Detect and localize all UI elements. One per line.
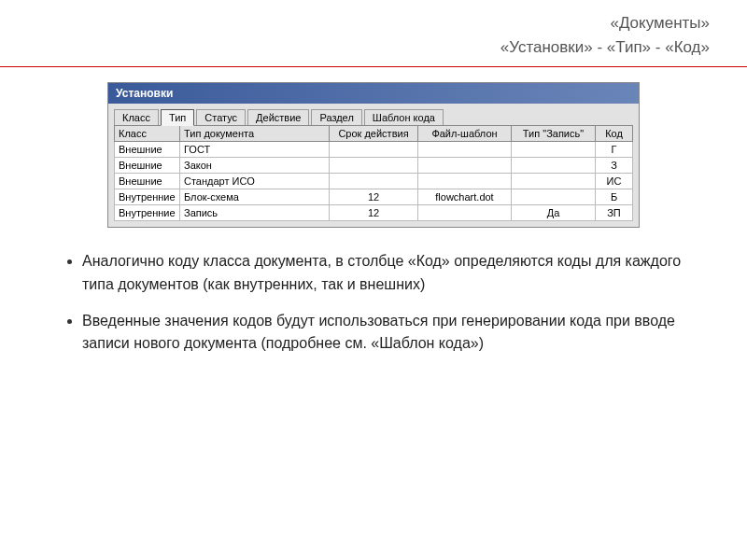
table-row[interactable]: ВнешниеЗаконЗ xyxy=(115,158,633,174)
cell-doctype[interactable]: Стандарт ИСО xyxy=(180,174,330,189)
table-row[interactable]: ВнутренниеБлок-схема12flowchart.dotБ xyxy=(115,189,633,205)
tab-Раздел[interactable]: Раздел xyxy=(311,109,361,125)
col-srok[interactable]: Срок действия xyxy=(330,126,418,142)
cell-kod[interactable]: Г xyxy=(596,142,633,158)
cell-class[interactable]: Внешние xyxy=(115,158,180,174)
col-tipz[interactable]: Тип "Запись" xyxy=(512,126,596,142)
window-titlebar: Установки xyxy=(108,83,639,104)
cell-kod[interactable]: Б xyxy=(596,189,633,205)
cell-file[interactable] xyxy=(418,174,512,189)
cell-kod[interactable]: ЗП xyxy=(596,205,633,221)
cell-class[interactable]: Внутренние xyxy=(115,205,180,221)
cell-tipz[interactable] xyxy=(512,142,596,158)
tab-Действие[interactable]: Действие xyxy=(247,109,309,125)
cell-class[interactable]: Внутренние xyxy=(115,189,180,205)
cell-srok[interactable] xyxy=(330,158,418,174)
tab-Статус[interactable]: Статус xyxy=(196,109,246,125)
col-doctype[interactable]: Тип документа xyxy=(180,126,330,142)
settings-window: Установки КлассТипСтатусДействиеРазделШа… xyxy=(107,82,640,228)
cell-tipz[interactable]: Да xyxy=(512,205,596,221)
header-line2: «Установки» - «Тип» - «Код» xyxy=(37,35,710,60)
col-class[interactable]: Класс xyxy=(115,126,180,142)
cell-doctype[interactable]: Закон xyxy=(180,158,330,174)
bullet-item: Введенные значения кодов будут использов… xyxy=(82,310,691,357)
divider xyxy=(0,66,747,67)
cell-srok[interactable]: 12 xyxy=(330,205,418,221)
bullet-item: Аналогично коду класса документа, в стол… xyxy=(82,250,691,297)
grid-container: Класс Тип документа Срок действия Файл-ш… xyxy=(108,125,639,227)
cell-srok[interactable] xyxy=(330,174,418,189)
tab-strip: КлассТипСтатусДействиеРазделШаблон кода xyxy=(108,104,639,125)
tab-Шаблон кода[interactable]: Шаблон кода xyxy=(364,109,444,125)
bullet-list: Аналогично коду класса документа, в стол… xyxy=(56,250,691,356)
bullet-section: Аналогично коду класса документа, в стол… xyxy=(0,228,747,356)
col-kod[interactable]: Код xyxy=(596,126,633,142)
cell-file[interactable] xyxy=(418,158,512,174)
table-row[interactable]: ВнешниеГОСТГ xyxy=(115,142,633,158)
table-row[interactable]: ВнутренниеЗапись12ДаЗП xyxy=(115,205,633,221)
cell-class[interactable]: Внешние xyxy=(115,142,180,158)
table-row[interactable]: ВнешниеСтандарт ИСОИС xyxy=(115,174,633,189)
cell-class[interactable]: Внешние xyxy=(115,174,180,189)
cell-srok[interactable]: 12 xyxy=(330,189,418,205)
page-header: «Документы» «Установки» - «Тип» - «Код» xyxy=(0,0,747,66)
table-header-row: Класс Тип документа Срок действия Файл-ш… xyxy=(115,126,633,142)
cell-doctype[interactable]: Запись xyxy=(180,205,330,221)
cell-doctype[interactable]: Блок-схема xyxy=(180,189,330,205)
cell-srok[interactable] xyxy=(330,142,418,158)
cell-file[interactable] xyxy=(418,205,512,221)
tab-Тип[interactable]: Тип xyxy=(161,109,194,126)
col-file[interactable]: Файл-шаблон xyxy=(418,126,512,142)
tab-Класс[interactable]: Класс xyxy=(114,109,159,125)
types-table[interactable]: Класс Тип документа Срок действия Файл-ш… xyxy=(114,125,633,221)
cell-kod[interactable]: З xyxy=(596,158,633,174)
header-line1: «Документы» xyxy=(37,11,710,35)
cell-kod[interactable]: ИС xyxy=(596,174,633,189)
cell-file[interactable]: flowchart.dot xyxy=(418,189,512,205)
cell-doctype[interactable]: ГОСТ xyxy=(180,142,330,158)
cell-tipz[interactable] xyxy=(512,174,596,189)
cell-tipz[interactable] xyxy=(512,158,596,174)
cell-tipz[interactable] xyxy=(512,189,596,205)
cell-file[interactable] xyxy=(418,142,512,158)
